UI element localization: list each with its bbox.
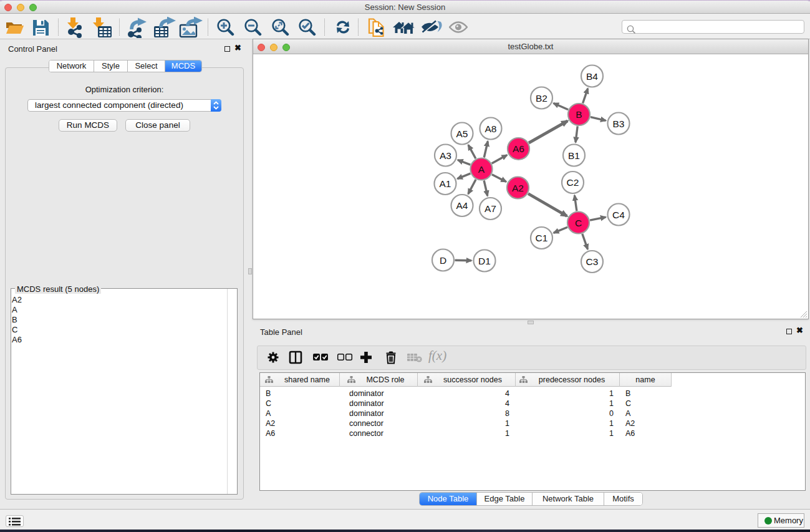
svg-text:B3: B3: [613, 118, 625, 129]
svg-text:C4: C4: [612, 210, 625, 220]
svg-text:A: A: [478, 164, 485, 175]
svg-text:A6: A6: [513, 143, 524, 154]
svg-text:B2: B2: [536, 93, 547, 104]
svg-text:B4: B4: [586, 71, 598, 82]
svg-text:C: C: [575, 218, 582, 228]
svg-text:B: B: [576, 109, 582, 120]
svg-text:A5: A5: [456, 128, 468, 139]
svg-text:C3: C3: [586, 256, 599, 267]
svg-text:B1: B1: [568, 150, 580, 161]
svg-text:A3: A3: [440, 150, 451, 161]
svg-text:A7: A7: [485, 203, 496, 214]
svg-text:A8: A8: [485, 123, 497, 134]
svg-text:A1: A1: [440, 178, 451, 189]
svg-text:D1: D1: [478, 256, 491, 266]
svg-text:A2: A2: [512, 183, 524, 193]
svg-text:A4: A4: [456, 200, 468, 211]
svg-text:C1: C1: [536, 233, 548, 243]
svg-text:D: D: [440, 255, 446, 266]
svg-text:C2: C2: [567, 177, 579, 188]
